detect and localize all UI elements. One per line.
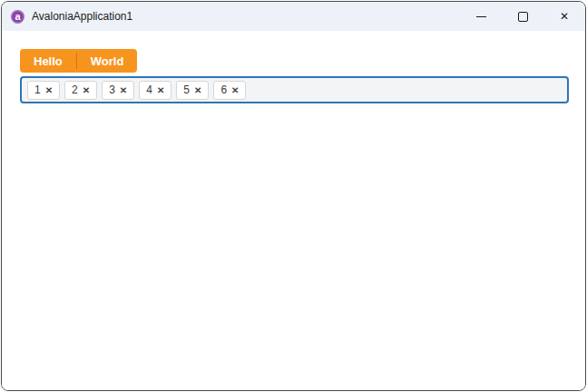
app-window: a AvaloniaApplication1 ✕ Hello World	[1, 1, 586, 391]
tag-chip-label: 6	[220, 83, 227, 96]
tag-chip-label: 4	[146, 83, 152, 96]
tab-world-label: World	[91, 54, 124, 68]
close-button[interactable]: ✕	[543, 2, 585, 31]
chip-close-icon[interactable]: ✕	[194, 85, 201, 95]
minimize-icon	[476, 16, 486, 17]
title-bar-left: a AvaloniaApplication1	[2, 10, 460, 24]
tag-chip[interactable]: 1 ✕	[27, 81, 60, 100]
tag-chip-label: 2	[72, 83, 78, 96]
chip-close-icon[interactable]: ✕	[157, 85, 164, 95]
tag-chip-label: 1	[34, 83, 41, 96]
tag-input-box[interactable]: 1 ✕ 2 ✕ 3 ✕ 4 ✕ 5 ✕ 6 ✕	[20, 76, 569, 103]
tag-chip[interactable]: 6 ✕	[213, 81, 246, 100]
content-area: Hello World 1 ✕ 2 ✕ 3 ✕ 4 ✕	[2, 31, 585, 390]
chip-close-icon[interactable]: ✕	[120, 85, 127, 95]
tag-chip[interactable]: 4 ✕	[139, 81, 171, 100]
tab-hello[interactable]: Hello	[20, 49, 76, 73]
tag-chip-label: 3	[109, 83, 115, 96]
chip-close-icon[interactable]: ✕	[45, 85, 53, 95]
tab-strip: Hello World	[20, 49, 137, 73]
caption-buttons: ✕	[460, 2, 585, 31]
avalonia-logo-icon: a	[11, 10, 24, 24]
tab-world[interactable]: World	[77, 49, 138, 73]
tag-chip[interactable]: 3 ✕	[102, 81, 134, 100]
chip-close-icon[interactable]: ✕	[83, 85, 90, 95]
minimize-button[interactable]	[460, 2, 502, 31]
tag-chip-label: 5	[183, 83, 190, 96]
tab-hello-label: Hello	[34, 54, 63, 68]
tag-chip[interactable]: 5 ✕	[176, 81, 209, 100]
title-bar: a AvaloniaApplication1 ✕	[2, 2, 585, 31]
close-icon: ✕	[560, 11, 569, 22]
chip-close-icon[interactable]: ✕	[231, 85, 239, 95]
maximize-button[interactable]	[502, 2, 543, 31]
window-title: AvaloniaApplication1	[32, 10, 132, 23]
tag-chip[interactable]: 2 ✕	[64, 81, 97, 100]
maximize-icon	[518, 12, 528, 22]
